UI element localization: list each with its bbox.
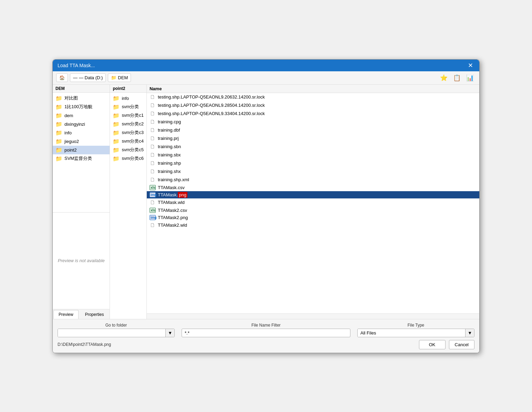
mid-item-svmc4[interactable]: 📁 svm分类c4 — [110, 137, 146, 146]
filetype-input — [358, 329, 465, 337]
filetype-dropdown-arrow[interactable]: ▼ — [465, 329, 474, 337]
file-name: testing.shp.LAPTOP-Q5EAONL9.28504.14200.… — [158, 103, 480, 108]
goto-group: Go to folder ▼ — [58, 323, 175, 337]
drive-button[interactable]: — — Data (D:) — [70, 73, 106, 82]
list-button[interactable]: 📊 — [464, 73, 476, 82]
dialog-title: Load TTA Mask... — [58, 63, 95, 68]
file-icon: 🗋 — [150, 177, 156, 183]
filter-group: File Name Filter — [182, 323, 350, 337]
png-highlight: png — [178, 192, 187, 198]
tree-item-1bi100[interactable]: 📁 1比100万地貌 — [53, 103, 110, 111]
file-item-ttamask-png[interactable]: img TTAMask.png — [147, 191, 480, 198]
tree-item-svm[interactable]: 📁 SVM监督分类 — [53, 154, 110, 163]
file-item[interactable]: 🗋 training.cpg — [147, 118, 480, 126]
mid-item-svmc3[interactable]: 📁 svm分类c3 — [110, 128, 146, 137]
tree-item-label: info — [64, 130, 72, 135]
mid-item-svmc2[interactable]: 📁 svm分类c2 — [110, 120, 146, 128]
tree-item-duibitu[interactable]: 📁 对比图 — [53, 94, 110, 103]
file-item[interactable]: 🗋 training.sbn — [147, 143, 480, 151]
mid-item-svmc5[interactable]: 📁 svm分类c5 — [110, 146, 146, 154]
folder-icon: 📁 — [113, 104, 120, 110]
toolbar: 🏠 — — Data (D:) 📁 DEM ⭐ 📋 📊 — [53, 71, 479, 85]
filetype-select-wrapper: ▼ — [357, 329, 474, 337]
file-icon: 🗋 — [150, 94, 156, 100]
file-item-ttamask2-png[interactable]: img TTAMask2.png — [147, 214, 480, 221]
file-item[interactable]: 🗋 testing.shp.LAPTOP-Q5EAONL9.28504.1420… — [147, 101, 480, 110]
file-name: training.shp.xml — [158, 177, 480, 182]
bottom-row1: Go to folder ▼ File Name Filter File Typ… — [58, 323, 474, 337]
mid-item-svmc6[interactable]: 📁 svm分类c6 — [110, 154, 146, 163]
mid-panel: point2 📁 info 📁 svm分类 📁 svm分类c1 📁 svm分类c… — [110, 85, 147, 319]
file-item[interactable]: 🗋 training.prj — [147, 134, 480, 143]
action-buttons: OK Cancel — [419, 340, 474, 349]
file-icon: 🗋 — [150, 102, 156, 109]
file-icon: 🗋 — [150, 199, 156, 206]
toolbar-actions: ⭐ 📋 📊 — [438, 73, 476, 82]
tree-item-dem[interactable]: 📁 dem — [53, 111, 110, 120]
folder-icon: 📁 — [55, 104, 62, 110]
mid-tree-list: 📁 info 📁 svm分类 📁 svm分类c1 📁 svm分类c2 📁 — [110, 93, 146, 319]
mid-item-label: svm分类c4 — [122, 138, 144, 144]
folder-icon: 📁 — [55, 112, 62, 119]
file-item-ttamask-csv[interactable]: xls TTAMask.csv — [147, 184, 480, 191]
tree-item-dixing[interactable]: 📁 dixingyinzi — [53, 120, 110, 128]
drive-label: — Data (D:) — [79, 75, 103, 80]
file-item[interactable]: 🗋 training.shp — [147, 159, 480, 167]
tree-item-label: 对比图 — [64, 95, 78, 101]
file-item[interactable]: 🗋 training.shx — [147, 167, 480, 176]
left-panel: DEM 📁 对比图 📁 1比100万地貌 📁 dem 📁 dixingyinzi — [53, 85, 110, 319]
goto-dropdown-arrow[interactable]: ▼ — [165, 329, 174, 337]
file-item[interactable]: 🗋 testing.shp.LAPTOP-Q5EAONL9.33404.1420… — [147, 110, 480, 118]
folder-icon: 📁 — [113, 155, 120, 162]
tree-item-label: jieguo2 — [64, 139, 79, 144]
goto-input[interactable] — [58, 329, 165, 337]
folder-icon: 📁 — [113, 130, 120, 136]
ok-button[interactable]: OK — [419, 340, 446, 349]
mid-item-svmc1[interactable]: 📁 svm分类c1 — [110, 111, 146, 120]
close-button[interactable]: ✕ — [467, 62, 474, 69]
filetype-label: File Type — [357, 323, 474, 328]
file-name: training.sbn — [158, 144, 480, 149]
goto-input-wrapper: ▼ — [58, 329, 175, 337]
filter-input[interactable] — [182, 329, 350, 337]
mid-item-label: svm分类c6 — [122, 155, 144, 162]
folder-button[interactable]: 📁 DEM — [108, 73, 131, 82]
file-icon: 🗋 — [150, 119, 156, 125]
file-icon: 🗋 — [150, 127, 156, 133]
file-item-ttamask2-wld[interactable]: 🗋 TTAMask2.wld — [147, 221, 480, 229]
file-item[interactable]: 🗋 testing.shp.LAPTOP-Q5EAONL9.20632.1420… — [147, 93, 480, 101]
file-name: training.prj — [158, 136, 480, 141]
file-item[interactable]: 🗋 training.dbf — [147, 126, 480, 134]
tree-item-info[interactable]: 📁 info — [53, 128, 110, 137]
star-button[interactable]: ⭐ — [438, 73, 450, 82]
bookmark-button[interactable]: 📋 — [451, 73, 463, 82]
horizontal-scrollbar[interactable] — [147, 313, 480, 319]
file-item[interactable]: 🗋 training.shp.xml — [147, 176, 480, 184]
title-bar: Load TTA Mask... ✕ — [53, 60, 479, 71]
tab-properties[interactable]: Properties — [80, 310, 109, 319]
preview-text: Preview is not available — [58, 258, 105, 263]
home-button[interactable]: 🏠 — [56, 73, 68, 82]
tree-item-jieguo2[interactable]: 📁 jieguo2 — [53, 137, 110, 146]
tab-preview[interactable]: Preview — [53, 310, 79, 319]
file-item-ttamask2-csv[interactable]: xls TTAMask2.csv — [147, 207, 480, 214]
file-name: TTAMask2.png — [158, 215, 480, 220]
file-name: TTAMask.csv — [158, 185, 480, 190]
folder-icon: 📁 — [113, 95, 120, 102]
file-item[interactable]: 🗋 training.sbx — [147, 151, 480, 159]
mid-item-info[interactable]: 📁 info — [110, 94, 146, 103]
mid-item-label: info — [122, 96, 129, 101]
mid-item-svmfenlei[interactable]: 📁 svm分类 — [110, 103, 146, 111]
file-name: testing.shp.LAPTOP-Q5EAONL9.20632.14200.… — [158, 94, 480, 100]
bottom-row2: D:\DEM\point2\TTAMask.png OK Cancel — [58, 340, 474, 349]
tree-item-point2[interactable]: 📁 point2 — [53, 146, 110, 154]
file-item-ttamask-wld[interactable]: 🗋 TTAMask.wld — [147, 198, 480, 207]
cancel-button[interactable]: Cancel — [449, 340, 474, 349]
file-name: training.dbf — [158, 127, 480, 133]
file-name: TTAMask.png — [158, 192, 480, 197]
folder-icon: 📁 — [55, 121, 62, 127]
filepath: D:\DEM\point2\TTAMask.png — [58, 342, 111, 347]
file-name: TTAMask.wld — [158, 200, 480, 205]
file-icon: 🗋 — [150, 111, 156, 117]
file-icon: 🗋 — [150, 144, 156, 150]
